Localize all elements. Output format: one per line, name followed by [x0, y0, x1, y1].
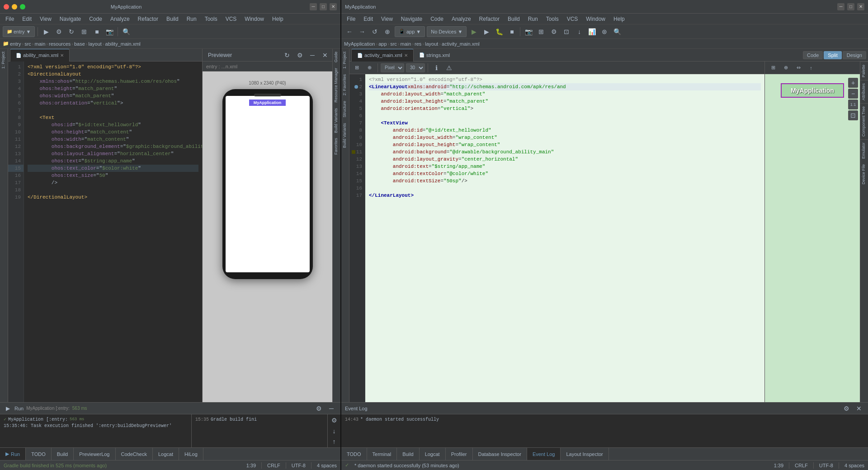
r-toolbar-btn4[interactable]: ⊡: [561, 26, 572, 37]
bc-resources[interactable]: resources: [49, 41, 71, 47]
tab-codecheck[interactable]: CodeCheck: [116, 448, 153, 460]
r-tab-event-log[interactable]: Event Log: [527, 448, 561, 460]
log-btn-2[interactable]: ↓: [329, 426, 340, 436]
project-label[interactable]: 1: Project: [0, 49, 8, 71]
bc-base[interactable]: base: [74, 41, 85, 47]
r-structure-strip[interactable]: Structure: [341, 98, 349, 120]
r-tab-profiler[interactable]: Profiler: [446, 448, 473, 460]
tab-activity-main[interactable]: 📄 activity_main.xml ✕: [351, 49, 414, 62]
r-tab-db-inspector[interactable]: Database Inspector: [473, 448, 527, 460]
menu-navigate[interactable]: Navigate: [56, 15, 85, 23]
r-menu-build[interactable]: Build: [504, 15, 524, 23]
left-editor-content[interactable]: <?xml version="1.0" encoding="utf-8"?> <…: [24, 62, 202, 402]
attach-btn[interactable]: 📷: [104, 26, 115, 37]
bc-src[interactable]: src: [24, 41, 31, 47]
bc-entry[interactable]: entry: [10, 41, 21, 47]
r-menu-help[interactable]: Help: [610, 15, 628, 23]
menu-window[interactable]: Window: [241, 15, 268, 23]
r-stop-btn[interactable]: ■: [506, 26, 517, 37]
sync-btn[interactable]: ⚙: [53, 26, 64, 37]
build-variant-btn[interactable]: ⊞: [79, 26, 90, 37]
r-bc-res[interactable]: res: [415, 41, 421, 47]
previewer-settings-btn[interactable]: ⚙: [294, 50, 305, 61]
r-debug-btn[interactable]: 🐛: [494, 26, 505, 37]
refresh-btn[interactable]: ↻: [66, 26, 77, 37]
menu-build[interactable]: Build: [163, 15, 182, 23]
design-arrows-btn[interactable]: ⇔: [793, 62, 804, 73]
r-toolbar-btn2[interactable]: ⊞: [536, 26, 547, 37]
search-btn[interactable]: 🔍: [121, 26, 132, 37]
view-code-btn[interactable]: Code: [803, 51, 823, 59]
r-bc-main[interactable]: main: [401, 41, 411, 47]
warn-btn[interactable]: ⚠: [443, 62, 454, 73]
right-xml-content[interactable]: <?xml version="1.0" encoding="utf-8"?> <…: [365, 74, 764, 402]
zoom-in-btn[interactable]: +: [848, 78, 858, 88]
event-log-settings-btn[interactable]: ⚙: [841, 403, 852, 414]
device-file-strip[interactable]: Device File: [860, 161, 868, 187]
r-build-variants-strip[interactable]: Build Variants: [341, 120, 349, 151]
zoom-out-btn[interactable]: −: [848, 89, 858, 99]
close-dot[interactable]: [4, 4, 9, 9]
resource-manager-strip[interactable]: Resource Manager: [333, 65, 340, 105]
bc-main[interactable]: main: [34, 41, 45, 47]
maximize-dot[interactable]: [20, 4, 25, 9]
r-tab-terminal[interactable]: Terminal: [367, 448, 397, 460]
r-menu-view[interactable]: View: [377, 15, 396, 23]
menu-code[interactable]: Code: [85, 15, 106, 23]
r-tab-close-1[interactable]: ✕: [404, 53, 408, 58]
tab-todo[interactable]: TODO: [26, 448, 52, 460]
r-favorites-strip[interactable]: 2: Favorites: [341, 71, 349, 98]
magnet-btn[interactable]: ⊕: [364, 62, 375, 73]
r-menu-window[interactable]: Window: [582, 15, 609, 23]
r-app-dropdown[interactable]: 📱 app ▼: [395, 26, 425, 37]
r-toolbar-btn6[interactable]: 📊: [586, 26, 597, 37]
r-nav-btn[interactable]: ⊕: [382, 26, 393, 37]
run-play-btn[interactable]: ▶: [4, 404, 12, 413]
tab-hilog[interactable]: HiLog: [179, 448, 203, 460]
view-split-btn[interactable]: Split: [824, 51, 841, 59]
run-minimize-btn[interactable]: ─: [326, 403, 337, 414]
r-menu-file[interactable]: File: [343, 15, 359, 23]
r-tab-layout-inspector[interactable]: Layout Inspector: [561, 448, 609, 460]
info-btn[interactable]: ℹ: [431, 62, 442, 73]
left-restore-btn[interactable]: □: [320, 3, 327, 10]
r-run2-btn[interactable]: ▶: [481, 26, 492, 37]
component-tree-strip[interactable]: Component Tree: [860, 103, 868, 139]
previewer-minimize-btn[interactable]: ─: [307, 50, 318, 61]
design-up-btn[interactable]: ↑: [806, 62, 816, 73]
palette-strip[interactable]: Palette: [860, 62, 868, 80]
r-menu-run[interactable]: Run: [524, 15, 542, 23]
minimize-dot[interactable]: [12, 4, 17, 9]
palette-btn[interactable]: ⊞: [351, 62, 362, 73]
r-toolbar-btn5[interactable]: ↓: [574, 26, 585, 37]
r-toolbar-btn8[interactable]: 🔍: [612, 26, 623, 37]
bc-file[interactable]: ability_main.xml: [105, 41, 141, 47]
tab-close-btn[interactable]: ✕: [60, 53, 64, 58]
zoom-fit-btn[interactable]: 1:1: [848, 100, 858, 109]
emulator-strip[interactable]: Emulator: [860, 139, 868, 161]
r-bc-app2[interactable]: app: [378, 41, 387, 47]
r-menu-code[interactable]: Code: [427, 15, 447, 23]
tab-ability-main[interactable]: 📄 ability_main.xml ✕: [10, 49, 70, 62]
stop-btn[interactable]: ■: [91, 26, 102, 37]
menu-view[interactable]: View: [36, 15, 55, 23]
zoom-fullscreen-btn[interactable]: ⊡: [848, 110, 858, 120]
r-sync-btn[interactable]: ↺: [369, 26, 380, 37]
menu-refactor[interactable]: Refactor: [134, 15, 162, 23]
r-tab-build[interactable]: Build: [397, 448, 419, 460]
r-menu-navigate[interactable]: Navigate: [397, 15, 426, 23]
menu-edit[interactable]: Edit: [19, 15, 35, 23]
r-back-btn[interactable]: ←: [344, 26, 355, 37]
entry-dropdown[interactable]: 📁 entry ▼: [3, 26, 35, 37]
r-bc-layout[interactable]: layout: [425, 41, 438, 47]
tab-logcat-left[interactable]: Logcat: [153, 448, 179, 460]
menu-vcs[interactable]: VCS: [222, 15, 241, 23]
r-tab-logcat[interactable]: Logcat: [420, 448, 446, 460]
tab-previewerlog[interactable]: PreviewerLog: [74, 448, 115, 460]
r-camera-btn[interactable]: 📷: [523, 26, 534, 37]
r-toolbar-btn3[interactable]: ⚙: [548, 26, 559, 37]
bc-layout[interactable]: layout: [89, 41, 102, 47]
tab-strings[interactable]: 📄 strings.xml: [414, 49, 456, 62]
right-minimize-btn[interactable]: ─: [837, 3, 844, 10]
r-device-dropdown[interactable]: No Devices ▼: [427, 26, 467, 37]
